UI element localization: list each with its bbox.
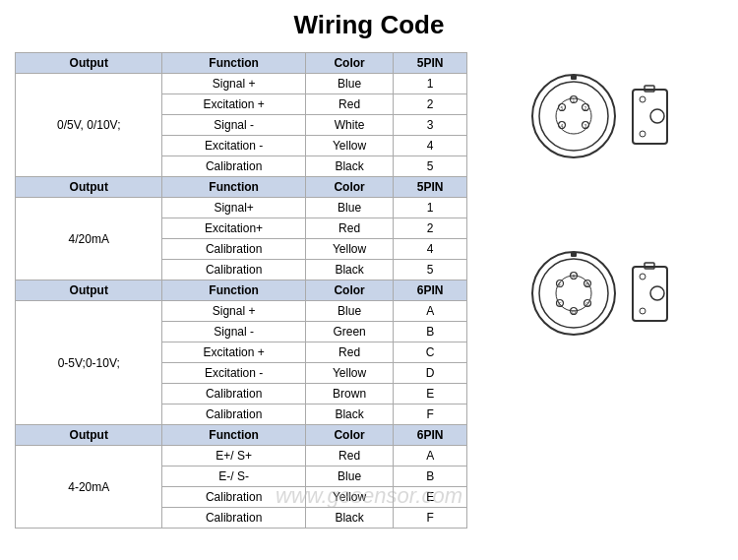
diagrams-top: 1 2 3 4 5 — [529, 72, 672, 160]
output-label: 4/20mA — [16, 198, 162, 280]
col-color: Color — [305, 280, 394, 301]
function-cell: Signal + — [162, 301, 305, 322]
table-row: Output Function Color 6PIN — [16, 425, 467, 446]
function-cell: Excitation - — [162, 136, 305, 156]
color-cell: Black — [305, 508, 394, 529]
function-cell: Calibration — [162, 384, 305, 404]
function-cell: Calibration — [162, 156, 305, 177]
output-label: 0/5V, 0/10V; — [16, 74, 162, 177]
pin-cell: 1 — [394, 198, 467, 218]
col-color: Color — [305, 425, 394, 446]
function-cell: Excitation + — [162, 94, 305, 115]
color-cell: Blue — [305, 198, 394, 218]
svg-text:D: D — [572, 309, 576, 315]
pin-cell: B — [394, 467, 467, 487]
svg-point-1 — [539, 82, 608, 151]
pin-cell: 2 — [394, 218, 467, 239]
col-color: Color — [305, 53, 394, 74]
pin-cell: 2 — [394, 94, 467, 115]
output-label: 4-20mA — [16, 446, 162, 529]
color-cell: Blue — [305, 301, 394, 322]
svg-point-16 — [640, 96, 646, 102]
function-cell: Calibration — [162, 260, 305, 280]
wiring-table: Output Function Color 5PIN 0/5V, 0/10V; … — [15, 52, 467, 529]
color-cell: White — [305, 115, 394, 136]
svg-point-0 — [532, 75, 615, 157]
svg-point-19 — [532, 252, 615, 335]
svg-text:2: 2 — [584, 105, 586, 111]
svg-point-38 — [640, 308, 646, 314]
table-row: 4/20mA Signal+ Blue 1 — [16, 198, 467, 218]
color-cell: Red — [305, 342, 394, 363]
connector-5pin-rect — [628, 85, 672, 149]
color-cell: Yellow — [305, 239, 394, 260]
function-cell: Calibration — [162, 239, 305, 260]
col-function: Function — [162, 53, 305, 74]
pin-cell: D — [394, 363, 467, 384]
pin-cell: 5 — [394, 260, 467, 280]
svg-text:C: C — [585, 301, 589, 307]
diagram-section: 1 2 3 4 5 — [467, 52, 723, 529]
col-function: Function — [162, 177, 305, 198]
pin-cell: F — [394, 508, 467, 529]
col-function: Function — [162, 425, 305, 446]
table-row: 4-20mA E+/ S+ Red A — [16, 446, 467, 467]
connector-6pin-circle: A B C D E F — [529, 249, 618, 338]
table-row: 0-5V;0-10V; Signal + Blue A — [16, 301, 467, 322]
output-label: 0-5V;0-10V; — [16, 301, 162, 425]
pin-cell: A — [394, 446, 467, 467]
color-cell: Yellow — [305, 136, 394, 156]
connector-5pin-circle: 1 2 3 4 5 — [529, 72, 618, 160]
page-title: Wiring Code — [15, 10, 723, 40]
function-cell: Signal - — [162, 322, 305, 342]
svg-point-36 — [650, 286, 664, 300]
function-cell: Calibration — [162, 487, 305, 508]
function-cell: Signal - — [162, 115, 305, 136]
table-row: 0/5V, 0/10V; Signal + Blue 1 — [16, 74, 467, 94]
pin-cell: A — [394, 301, 467, 322]
connector-6pin-rect — [628, 262, 672, 326]
col-pin: 6PIN — [394, 425, 467, 446]
col-output: Output — [16, 177, 162, 198]
function-cell: Calibration — [162, 404, 305, 425]
col-output: Output — [16, 425, 162, 446]
svg-text:F: F — [558, 281, 561, 287]
svg-point-20 — [539, 259, 608, 328]
col-pin: 5PIN — [394, 53, 467, 74]
svg-text:3: 3 — [584, 123, 586, 129]
pin-cell: C — [394, 342, 467, 363]
table-row: Output Function Color 5PIN — [16, 177, 467, 198]
pin-cell: 4 — [394, 136, 467, 156]
color-cell: Red — [305, 218, 394, 239]
pin-cell: F — [394, 404, 467, 425]
pin-cell: E — [394, 487, 467, 508]
col-output: Output — [16, 280, 162, 301]
pin-cell: 1 — [394, 74, 467, 94]
svg-rect-13 — [571, 75, 577, 80]
diagrams-bottom: A B C D E F — [529, 249, 672, 338]
page: Wiring Code Output Function Color 5PIN 0… — [0, 0, 738, 538]
col-pin: 5PIN — [394, 177, 467, 198]
color-cell: Yellow — [305, 363, 394, 384]
color-cell: Green — [305, 322, 394, 342]
pin-cell: B — [394, 322, 467, 342]
function-cell: Signal + — [162, 74, 305, 94]
svg-point-17 — [640, 131, 646, 137]
table-row: Output Function Color 6PIN — [16, 280, 467, 301]
svg-rect-34 — [571, 252, 577, 257]
color-cell: Black — [305, 156, 394, 177]
function-cell: Calibration — [162, 508, 305, 529]
pin-cell: 4 — [394, 239, 467, 260]
col-pin: 6PIN — [394, 280, 467, 301]
pin-cell: E — [394, 384, 467, 404]
color-cell: Blue — [305, 74, 394, 94]
svg-text:4: 4 — [560, 123, 563, 129]
color-cell: Red — [305, 94, 394, 115]
function-cell: Excitation - — [162, 363, 305, 384]
svg-text:5: 5 — [560, 105, 563, 111]
svg-point-37 — [640, 274, 646, 280]
col-output: Output — [16, 53, 162, 74]
function-cell: Signal+ — [162, 198, 305, 218]
svg-point-15 — [650, 109, 664, 123]
function-cell: E+/ S+ — [162, 446, 305, 467]
